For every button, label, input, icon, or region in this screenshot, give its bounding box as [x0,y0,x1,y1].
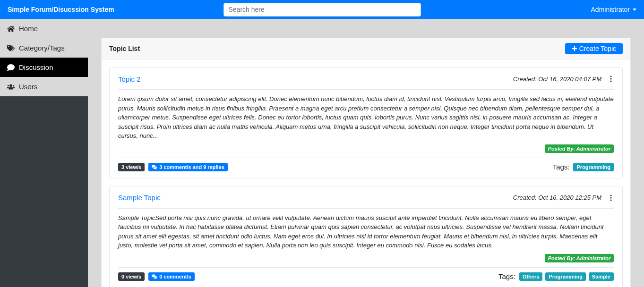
views-badge: 0 view/s [118,272,145,281]
comments-label: 3 comment/s and 9 replies [159,164,224,170]
main-content: Topic List Create Topic Topic 2 Created:… [88,19,644,287]
tag-list: Others Programming Sample [519,272,614,281]
divider [118,208,614,209]
foot-left: 3 view/s 3 comment/s and 9 replies [118,163,228,171]
layout: Home Category/Tags Discussion Users Topi… [0,19,644,287]
plus-icon [572,46,577,51]
tag-list: Programming [573,163,614,171]
caret-down-icon [633,8,636,11]
create-topic-label: Create Topic [579,45,616,52]
posted-by-wrap: Posted By: Administrator [118,144,614,153]
posted-by-badge: Posted By: Administrator [545,144,614,153]
ellipsis-v-icon [610,194,612,202]
topic-title-link[interactable]: Sample Topic [118,194,161,202]
topic-excerpt: Lorem ipsum dolor sit amet, consectetur … [118,94,614,141]
brand-title: Simple Forum/Disucssion System [8,6,114,13]
topic-menu-button[interactable] [608,74,614,84]
sidebar-item-label: Home [19,25,38,33]
sidebar-item-discussion[interactable]: Discussion [0,58,88,77]
topic-excerpt: Sample TopicSed porta nisi quis nunc gra… [118,213,614,250]
topic-head: Topic 2 Created: Oct 16, 2020 04:07 PM [118,74,614,84]
sidebar-item-users[interactable]: Users [0,77,88,96]
created-label: Created: Oct 16, 2020 04:07 PM [513,76,601,83]
panel-title: Topic List [109,45,140,52]
tag-badge[interactable]: Programming [573,163,614,171]
create-topic-button[interactable]: Create Topic [565,43,623,54]
divider [118,89,614,90]
tag-badge[interactable]: Sample [589,272,614,281]
sidebar-item-label: Discussion [19,63,53,71]
topic-foot: 0 view/s 0 comment/s Tags: Others Progra… [118,272,614,281]
tags-label: Tags: [498,272,515,280]
comments-badge: 0 comment/s [148,272,194,281]
comments-label: 0 comment/s [159,274,191,279]
sidebar-item-category[interactable]: Category/Tags [0,38,88,58]
posted-by-badge: Posted By: Administrator [545,254,614,262]
topic-panel: Topic List Create Topic Topic 2 Created:… [101,38,631,287]
topic-title-link[interactable]: Topic 2 [118,75,141,83]
comments-icon [152,274,157,279]
top-bar: Simple Forum/Disucssion System Administr… [0,0,644,19]
views-badge: 3 view/s [118,163,145,171]
topic-card: Topic 2 Created: Oct 16, 2020 04:07 PM L… [109,67,623,178]
user-label: Administrator [591,6,630,13]
tag-badge[interactable]: Programming [545,272,586,281]
search-input[interactable] [223,3,421,17]
divider [118,267,614,268]
tags-label: Tags: [553,163,570,171]
comments-badge: 3 comment/s and 9 replies [148,163,228,171]
topic-card: Sample Topic Created: Oct 16, 2020 12:25… [109,186,623,287]
topic-menu-button[interactable] [608,193,614,203]
panel-header: Topic List Create Topic [102,38,630,59]
ellipsis-v-icon [610,75,612,83]
comments-icon [152,164,157,169]
tag-badge[interactable]: Others [519,272,542,281]
comment-icon [7,64,15,71]
divider [118,158,614,158]
topic-head-right: Created: Oct 16, 2020 04:07 PM [513,74,614,84]
users-icon [7,83,15,91]
search-container [223,3,421,17]
created-label: Created: Oct 16, 2020 12:25 PM [513,194,601,201]
sidebar-item-home[interactable]: Home [0,19,88,38]
foot-left: 0 view/s 0 comment/s [118,272,195,281]
sidebar-item-label: Category/Tags [19,44,65,52]
topic-head-right: Created: Oct 16, 2020 12:25 PM [513,193,614,203]
home-icon [7,25,15,33]
foot-right: Tags: Programming [553,163,614,171]
posted-by-wrap: Posted By: Administrator [118,254,614,262]
tags-icon [7,44,15,52]
sidebar: Home Category/Tags Discussion Users [0,19,88,287]
topic-head: Sample Topic Created: Oct 16, 2020 12:25… [118,193,614,203]
foot-right: Tags: Others Programming Sample [498,272,614,281]
user-menu[interactable]: Administrator [591,6,636,13]
topic-foot: 3 view/s 3 comment/s and 9 replies Tags:… [118,163,614,171]
sidebar-item-label: Users [19,83,37,91]
